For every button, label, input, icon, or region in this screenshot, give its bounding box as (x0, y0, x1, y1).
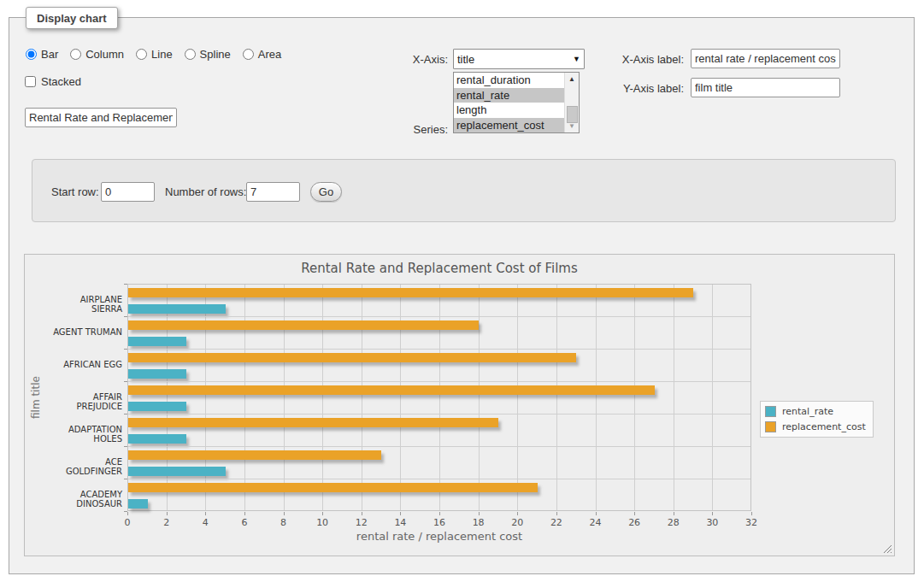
x-axis-tick (712, 512, 713, 515)
bar-replacement_cost (128, 320, 479, 330)
gridline (244, 285, 245, 510)
x-axis-tick (362, 512, 362, 515)
gridline (362, 285, 362, 510)
x-axis-tick (596, 512, 597, 515)
x-axis-tick (479, 512, 480, 515)
x-axis-tick-label: 22 (550, 517, 562, 528)
y-axis-tick (124, 414, 127, 414)
chart-type-option-line: Line (136, 48, 173, 61)
y-axis-tick (124, 479, 127, 479)
gridline (712, 285, 713, 510)
resize-handle-icon[interactable] (881, 543, 892, 553)
x-axis-select[interactable]: title ▼ (453, 49, 585, 69)
plot-area (127, 284, 751, 511)
category-label: ACE GOLDFINGER (47, 457, 122, 476)
listbox-scrollbar[interactable]: ▲ ▼ (564, 73, 579, 132)
gridline (596, 285, 597, 510)
x-axis-tick (634, 512, 635, 515)
chart-x-axis-title: rental rate / replacement cost (127, 530, 751, 543)
gridline (128, 316, 750, 317)
category-label: AFFAIR PREJUDICE (47, 392, 122, 411)
x-axis-tick-label: 18 (473, 517, 485, 528)
x-axis-tick (127, 512, 128, 515)
gridline (439, 285, 440, 510)
bar-rental_rate (128, 369, 186, 379)
x-axis-tick-label: 2 (163, 517, 169, 528)
chart-title: Rental Rate and Replacement Cost of Film… (127, 261, 751, 276)
x-axis-tick-label: 14 (394, 517, 406, 528)
stacked-row: Stacked (25, 75, 81, 88)
x-axis-tick-label: 32 (745, 517, 757, 528)
chart-type-option-bar: Bar (26, 48, 58, 61)
scroll-down-icon[interactable]: ▼ (565, 120, 579, 132)
series-options: rental_durationrental_ratelengthreplacem… (454, 73, 579, 132)
bar-rental_rate (128, 467, 226, 476)
gridline (128, 414, 750, 414)
scroll-up-icon[interactable]: ▲ (565, 73, 579, 85)
bar-rental_rate (128, 402, 186, 411)
x-axis-label-input[interactable] (691, 49, 840, 68)
bar-replacement_cost (128, 385, 655, 395)
go-button[interactable]: Go (310, 182, 342, 202)
chart-container: Rental Rate and Replacement Cost of Film… (24, 254, 895, 556)
bar-replacement_cost (128, 418, 498, 427)
x-axis-tick (400, 512, 401, 515)
rows-panel (32, 159, 896, 222)
number-of-rows-input[interactable] (246, 182, 300, 202)
legend-label: rental_rate (782, 406, 833, 417)
x-axis-tick (556, 512, 557, 515)
y-axis-tick (124, 446, 127, 447)
x-axis-label: X-Axis: (376, 53, 448, 66)
x-axis-tick (205, 512, 206, 515)
chart-type-radio-area[interactable] (243, 49, 254, 60)
chart-type-radio-column[interactable] (70, 49, 81, 60)
y-axis-tick (124, 349, 127, 350)
x-axis-tick-label: 26 (628, 517, 640, 528)
chevron-down-icon: ▼ (573, 55, 580, 63)
chart-type-radio-label: Area (258, 48, 281, 61)
chart-title-input[interactable] (25, 108, 177, 127)
y-axis-label-field-label: Y-Axis label: (612, 82, 684, 95)
chart-type-radio-spline[interactable] (185, 49, 196, 60)
gridline (556, 285, 557, 510)
y-axis-tick (124, 284, 127, 285)
chart-type-radio-group: BarColumnLineSplineArea (26, 48, 281, 61)
stacked-checkbox[interactable] (25, 76, 36, 87)
series-label: Series: (376, 123, 448, 136)
start-row-label: Start row: (51, 185, 99, 198)
gridline (400, 285, 401, 510)
gridline (205, 285, 206, 510)
category-label: ACADEMY DINOSAUR (47, 490, 122, 509)
bar-replacement_cost (128, 353, 576, 362)
category-label: AGENT TRUMAN (47, 327, 122, 337)
chart-y-axis-title: film title (26, 284, 45, 511)
chart-type-radio-label: Column (85, 48, 124, 61)
series-listbox[interactable]: rental_durationrental_ratelengthreplacem… (453, 72, 580, 133)
x-axis-tick-label: 8 (280, 517, 286, 528)
series-option-rental_rate[interactable]: rental_rate (454, 88, 566, 103)
chart-type-radio-bar[interactable] (26, 49, 37, 60)
y-axis-label-input[interactable] (691, 78, 840, 97)
chart-type-radio-label: Spline (200, 48, 231, 61)
x-axis-tick-label: 28 (668, 517, 680, 528)
gridline (674, 285, 674, 510)
start-row-input[interactable] (101, 182, 155, 202)
x-axis-tick-label: 6 (241, 517, 247, 528)
gridline (167, 285, 168, 510)
series-option-rental_duration[interactable]: rental_duration (454, 73, 566, 88)
x-axis-tick-label: 12 (356, 517, 368, 528)
panel-legend: Display chart (26, 7, 118, 29)
gridline (322, 285, 323, 510)
bar-replacement_cost (128, 288, 693, 297)
bar-rental_rate (128, 337, 186, 346)
legend-swatch-icon (765, 406, 776, 417)
legend-swatch-icon (765, 421, 776, 432)
bar-rental_rate (128, 499, 148, 509)
chart-type-option-area: Area (243, 48, 281, 61)
chart-type-radio-line[interactable] (136, 49, 147, 60)
series-option-length[interactable]: length (454, 103, 566, 118)
x-axis-tick (439, 512, 440, 515)
series-option-replacement_cost[interactable]: replacement_cost (454, 118, 566, 133)
legend-item-replacement_cost: replacement_cost (765, 421, 866, 432)
y-axis-tick (124, 316, 127, 317)
